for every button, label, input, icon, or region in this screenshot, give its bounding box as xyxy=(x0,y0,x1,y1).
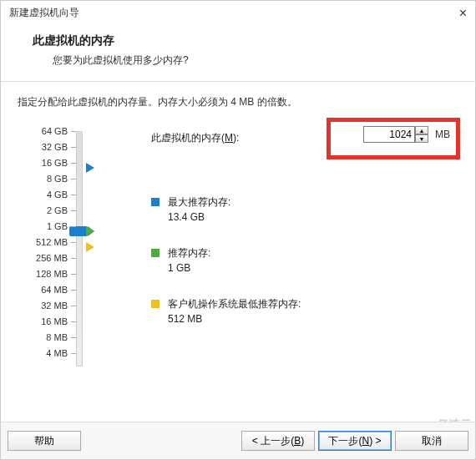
square-icon xyxy=(151,249,160,257)
help-button[interactable]: 帮助 xyxy=(8,431,81,451)
memory-input[interactable] xyxy=(363,126,415,143)
scale-tick: 4 GB xyxy=(47,190,68,200)
page-title: 此虚拟机的内存 xyxy=(33,33,452,48)
memory-unit: MB xyxy=(435,129,450,140)
header: 此虚拟机的内存 您要为此虚拟机使用多少内存? xyxy=(1,25,475,82)
max-recommend-value: 13.4 GB xyxy=(168,211,230,223)
guest-min-value: 512 MB xyxy=(168,313,301,325)
window-title: 新建虚拟机向导 xyxy=(9,6,79,20)
scale-tick: 8 GB xyxy=(47,174,68,184)
max-recommend-block: 最大推荐内存: 13.4 GB xyxy=(151,195,458,223)
back-button[interactable]: < 上一步(B) xyxy=(241,431,315,451)
scale-tick: 32 MB xyxy=(41,301,68,311)
max-recommend-label: 最大推荐内存: xyxy=(168,195,230,210)
scale-tick: 64 GB xyxy=(42,126,68,136)
scale-tick: 16 GB xyxy=(42,158,68,168)
memory-input-wrap: ▲ ▼ MB xyxy=(363,126,450,143)
square-icon xyxy=(151,198,160,206)
close-icon[interactable]: × xyxy=(459,7,467,20)
memory-step-down[interactable]: ▼ xyxy=(415,134,428,143)
guest-min-block: 客户机操作系统最低推荐内存: 512 MB xyxy=(151,297,458,325)
cancel-button[interactable]: 取消 xyxy=(395,431,468,451)
scale-tick: 32 GB xyxy=(42,142,68,152)
guest-min-label: 客户机操作系统最低推荐内存: xyxy=(168,297,301,311)
memory-info: 此虚拟机的内存(M): ▲ ▼ MB 最大推荐内存: 13.4 GB xyxy=(68,131,458,373)
memory-step-up[interactable]: ▲ xyxy=(415,126,428,134)
next-button[interactable]: 下一步(N) > xyxy=(318,431,392,451)
memory-scale: 64 GB32 GB16 GB8 GB4 GB2 GB1 GB512 MB256… xyxy=(18,131,68,373)
instruction-text: 指定分配给此虚拟机的内存量。内存大小必须为 4 MB 的倍数。 xyxy=(18,95,458,109)
wizard-window: { "titlebar": { "title": "新建虚拟机向导" }, "h… xyxy=(0,0,476,460)
scale-tick: 8 MB xyxy=(46,332,68,342)
scale-tick: 128 MB xyxy=(36,269,68,279)
scale-tick: 2 GB xyxy=(47,205,68,215)
titlebar: 新建虚拟机向导 × xyxy=(1,1,475,25)
body: 指定分配给此虚拟机的内存量。内存大小必须为 4 MB 的倍数。 64 GB32 … xyxy=(1,82,475,373)
memory-area: 64 GB32 GB16 GB8 GB4 GB2 GB1 GB512 MB256… xyxy=(18,131,458,373)
recommend-label: 推荐内存: xyxy=(168,246,210,260)
recommend-value: 1 GB xyxy=(168,262,210,274)
memory-stepper: ▲ ▼ xyxy=(415,126,428,143)
scale-tick: 64 MB xyxy=(41,285,68,295)
scale-tick: 256 MB xyxy=(36,253,68,263)
scale-tick: 512 MB xyxy=(36,237,68,247)
page-subtitle: 您要为此虚拟机使用多少内存? xyxy=(53,53,452,68)
recommend-block: 推荐内存: 1 GB xyxy=(151,246,458,274)
square-icon xyxy=(151,300,160,308)
footer: 帮助 < 上一步(B) 下一步(N) > 取消 xyxy=(1,422,475,459)
scale-tick: 16 MB xyxy=(41,316,68,326)
scale-tick: 4 MB xyxy=(46,348,68,358)
scale-tick: 1 GB xyxy=(47,221,68,231)
